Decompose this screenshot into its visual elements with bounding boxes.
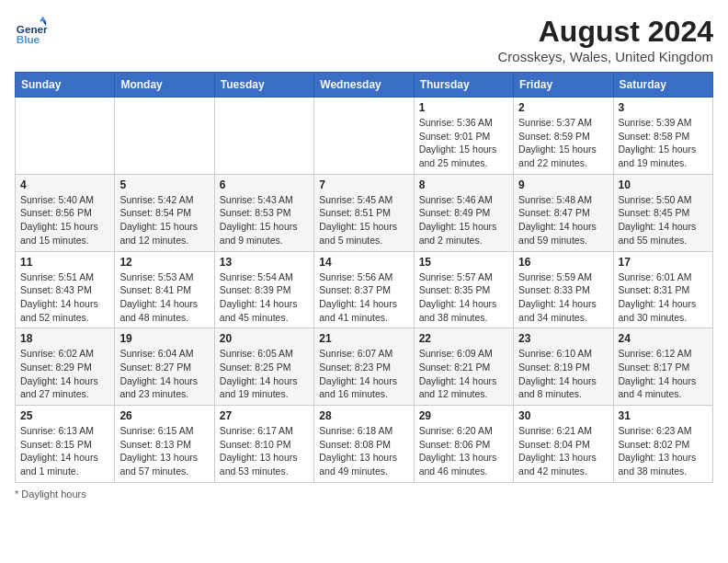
calendar-header-thursday: Thursday (414, 73, 513, 98)
day-info: Sunrise: 5:50 AM Sunset: 8:45 PM Dayligh… (619, 193, 708, 247)
calendar-cell: 16Sunrise: 5:59 AM Sunset: 8:33 PM Dayli… (514, 251, 613, 328)
day-info: Sunrise: 6:07 AM Sunset: 8:23 PM Dayligh… (319, 347, 408, 401)
calendar-header-monday: Monday (115, 73, 214, 98)
day-info: Sunrise: 6:23 AM Sunset: 8:02 PM Dayligh… (619, 424, 708, 478)
day-number: 2 (518, 101, 608, 114)
logo-icon: General Blue (15, 15, 48, 48)
day-info: Sunrise: 5:53 AM Sunset: 8:41 PM Dayligh… (119, 270, 209, 325)
calendar-cell: 7Sunrise: 5:45 AM Sunset: 8:51 PM Daylig… (314, 174, 414, 251)
calendar-cell: 28Sunrise: 6:18 AM Sunset: 8:08 PM Dayli… (314, 406, 414, 483)
day-info: Sunrise: 6:12 AM Sunset: 8:17 PM Dayligh… (619, 347, 708, 401)
calendar-cell (214, 98, 313, 175)
day-info: Sunrise: 5:45 AM Sunset: 8:51 PM Dayligh… (319, 193, 408, 247)
calendar-cell: 26Sunrise: 6:15 AM Sunset: 8:13 PM Dayli… (115, 406, 214, 483)
calendar-cell: 18Sunrise: 6:02 AM Sunset: 8:29 PM Dayli… (16, 328, 115, 406)
day-number: 15 (419, 256, 508, 269)
calendar-table: SundayMondayTuesdayWednesdayThursdayFrid… (15, 72, 713, 483)
calendar-cell: 24Sunrise: 6:12 AM Sunset: 8:17 PM Dayli… (613, 328, 712, 406)
day-number: 19 (119, 332, 209, 345)
calendar-cell: 14Sunrise: 5:56 AM Sunset: 8:37 PM Dayli… (314, 251, 414, 328)
day-number: 26 (119, 409, 209, 422)
day-info: Sunrise: 5:51 AM Sunset: 8:43 PM Dayligh… (20, 270, 109, 325)
day-info: Sunrise: 5:54 AM Sunset: 8:39 PM Dayligh… (220, 270, 309, 325)
day-number: 31 (619, 409, 708, 422)
day-number: 18 (20, 332, 109, 345)
calendar-cell: 6Sunrise: 5:43 AM Sunset: 8:53 PM Daylig… (214, 174, 313, 251)
calendar-cell (16, 98, 115, 175)
calendar-week-row: 11Sunrise: 5:51 AM Sunset: 8:43 PM Dayli… (16, 251, 713, 328)
day-info: Sunrise: 5:42 AM Sunset: 8:54 PM Dayligh… (119, 193, 209, 247)
day-number: 14 (319, 256, 408, 269)
day-info: Sunrise: 6:01 AM Sunset: 8:31 PM Dayligh… (619, 270, 708, 325)
calendar-cell: 20Sunrise: 6:05 AM Sunset: 8:25 PM Dayli… (214, 328, 313, 406)
header: General Blue August 2024 Crosskeys, Wale… (15, 15, 713, 64)
day-info: Sunrise: 6:13 AM Sunset: 8:15 PM Dayligh… (20, 424, 109, 478)
day-info: Sunrise: 6:21 AM Sunset: 8:04 PM Dayligh… (518, 424, 608, 478)
day-info: Sunrise: 6:15 AM Sunset: 8:13 PM Dayligh… (119, 424, 209, 478)
calendar-cell: 21Sunrise: 6:07 AM Sunset: 8:23 PM Dayli… (314, 328, 414, 406)
day-info: Sunrise: 5:40 AM Sunset: 8:56 PM Dayligh… (20, 193, 109, 247)
calendar-cell: 15Sunrise: 5:57 AM Sunset: 8:35 PM Dayli… (414, 251, 513, 328)
calendar-header-saturday: Saturday (613, 73, 712, 98)
day-number: 27 (220, 409, 309, 422)
day-number: 22 (419, 332, 508, 345)
calendar-cell: 25Sunrise: 6:13 AM Sunset: 8:15 PM Dayli… (16, 406, 115, 483)
day-number: 13 (220, 256, 309, 269)
calendar-cell: 8Sunrise: 5:46 AM Sunset: 8:49 PM Daylig… (414, 174, 513, 251)
day-info: Sunrise: 6:05 AM Sunset: 8:25 PM Dayligh… (220, 347, 309, 401)
calendar-cell: 22Sunrise: 6:09 AM Sunset: 8:21 PM Dayli… (414, 328, 513, 406)
day-info: Sunrise: 5:56 AM Sunset: 8:37 PM Dayligh… (319, 270, 408, 325)
logo: General Blue (15, 15, 48, 48)
day-info: Sunrise: 5:37 AM Sunset: 8:59 PM Dayligh… (518, 116, 608, 170)
day-info: Sunrise: 5:57 AM Sunset: 8:35 PM Dayligh… (419, 270, 508, 325)
day-info: Sunrise: 6:02 AM Sunset: 8:29 PM Dayligh… (20, 347, 109, 401)
day-number: 11 (20, 256, 109, 269)
calendar-cell: 11Sunrise: 5:51 AM Sunset: 8:43 PM Dayli… (16, 251, 115, 328)
calendar-header-sunday: Sunday (16, 73, 115, 98)
calendar-cell: 31Sunrise: 6:23 AM Sunset: 8:02 PM Dayli… (613, 406, 712, 483)
day-info: Sunrise: 6:09 AM Sunset: 8:21 PM Dayligh… (419, 347, 508, 401)
day-info: Sunrise: 6:04 AM Sunset: 8:27 PM Dayligh… (119, 347, 209, 401)
day-number: 7 (319, 178, 408, 191)
calendar-cell: 30Sunrise: 6:21 AM Sunset: 8:04 PM Dayli… (514, 406, 613, 483)
title-area: August 2024 Crosskeys, Wales, United Kin… (497, 15, 713, 64)
day-number: 1 (419, 101, 508, 114)
calendar-header-tuesday: Tuesday (214, 73, 313, 98)
day-number: 10 (619, 178, 708, 191)
calendar-cell: 2Sunrise: 5:37 AM Sunset: 8:59 PM Daylig… (514, 98, 613, 175)
day-number: 17 (619, 256, 708, 269)
calendar-cell: 17Sunrise: 6:01 AM Sunset: 8:31 PM Dayli… (613, 251, 712, 328)
day-number: 6 (220, 178, 309, 191)
calendar-week-row: 18Sunrise: 6:02 AM Sunset: 8:29 PM Dayli… (16, 328, 713, 406)
day-info: Sunrise: 6:17 AM Sunset: 8:10 PM Dayligh… (220, 424, 309, 478)
calendar-subtitle: Crosskeys, Wales, United Kingdom (497, 49, 713, 64)
svg-marker-2 (40, 17, 46, 21)
day-number: 20 (220, 332, 309, 345)
day-number: 25 (20, 409, 109, 422)
day-number: 12 (119, 256, 209, 269)
day-info: Sunrise: 5:43 AM Sunset: 8:53 PM Dayligh… (220, 193, 309, 247)
footer-note: * Daylight hours (15, 488, 713, 500)
calendar-week-row: 4Sunrise: 5:40 AM Sunset: 8:56 PM Daylig… (16, 174, 713, 251)
day-info: Sunrise: 5:48 AM Sunset: 8:47 PM Dayligh… (518, 193, 608, 247)
day-number: 29 (419, 409, 508, 422)
calendar-cell (115, 98, 214, 175)
day-number: 21 (319, 332, 408, 345)
calendar-cell: 19Sunrise: 6:04 AM Sunset: 8:27 PM Dayli… (115, 328, 214, 406)
calendar-header-friday: Friday (514, 73, 613, 98)
calendar-cell: 13Sunrise: 5:54 AM Sunset: 8:39 PM Dayli… (214, 251, 313, 328)
day-number: 5 (119, 178, 209, 191)
svg-text:Blue: Blue (17, 33, 40, 45)
day-info: Sunrise: 5:36 AM Sunset: 9:01 PM Dayligh… (419, 116, 508, 170)
day-number: 23 (518, 332, 608, 345)
calendar-header-row: SundayMondayTuesdayWednesdayThursdayFrid… (16, 73, 713, 98)
day-number: 9 (518, 178, 608, 191)
day-info: Sunrise: 6:10 AM Sunset: 8:19 PM Dayligh… (518, 347, 608, 401)
calendar-cell: 12Sunrise: 5:53 AM Sunset: 8:41 PM Dayli… (115, 251, 214, 328)
calendar-cell: 5Sunrise: 5:42 AM Sunset: 8:54 PM Daylig… (115, 174, 214, 251)
day-number: 30 (518, 409, 608, 422)
calendar-cell: 4Sunrise: 5:40 AM Sunset: 8:56 PM Daylig… (16, 174, 115, 251)
calendar-cell: 9Sunrise: 5:48 AM Sunset: 8:47 PM Daylig… (514, 174, 613, 251)
day-number: 3 (619, 101, 708, 114)
calendar-cell (314, 98, 414, 175)
